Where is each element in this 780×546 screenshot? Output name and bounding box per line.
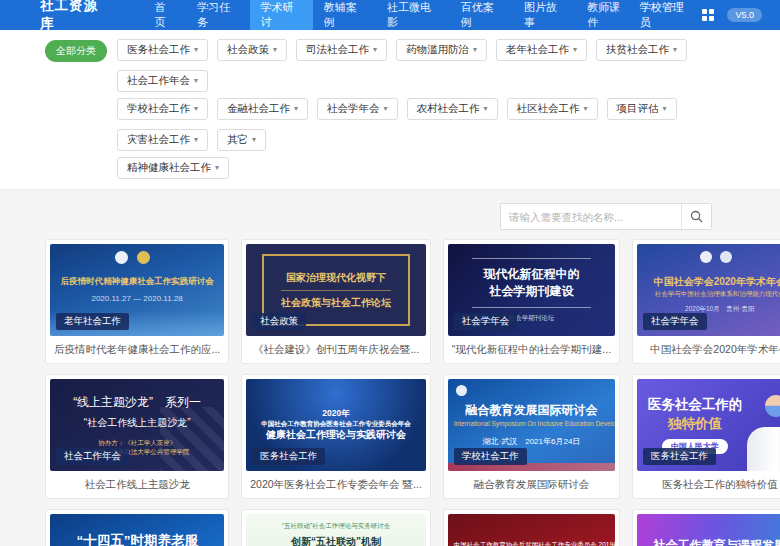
caret-down-icon: ▾ bbox=[573, 46, 577, 54]
resource-card[interactable]: 融合教育发展国际研讨会International Symposium On In… bbox=[443, 374, 620, 499]
nav-item[interactable]: 图片故事 bbox=[513, 0, 576, 30]
category-filter-button[interactable]: 其它 ▾ bbox=[217, 129, 266, 151]
category-filter-button[interactable]: 金融社会工作 ▾ bbox=[217, 98, 308, 120]
search-button[interactable] bbox=[681, 204, 711, 229]
category-filter-button[interactable]: 农村社会工作 ▾ bbox=[407, 98, 498, 120]
resource-card[interactable]: 2020年中国社会工作教育协会医务社会工作专业委员会年会健康社会工作理论与实践研… bbox=[241, 374, 431, 499]
category-filter-button[interactable]: 医务社会工作 ▾ bbox=[117, 39, 208, 61]
nav-item[interactable]: 学习任务 bbox=[186, 0, 249, 30]
thumbnail-text: 中国社会工作教育协会反贫困社会工作专业委员会 2019年会暨“第二届社会工作教育… bbox=[448, 514, 615, 546]
category-filter-button[interactable]: 老年社会工作 ▾ bbox=[496, 39, 587, 61]
filter-label: 社会政策 bbox=[227, 43, 269, 57]
resource-card[interactable]: 后疫情时代精神健康社会工作实践研讨会2020.11.27 — 2020.11.2… bbox=[45, 239, 229, 364]
category-filter-button[interactable]: 社区社会工作 ▾ bbox=[507, 98, 598, 120]
category-filter-button[interactable]: 学校社会工作 ▾ bbox=[117, 98, 208, 120]
card-title[interactable]: 医务社会工作的独特价值 bbox=[637, 471, 780, 498]
category-filter-button[interactable]: 灾害社会工作 ▾ bbox=[117, 129, 208, 151]
filter-label: 农村社会工作 bbox=[417, 102, 480, 116]
category-filter-button[interactable]: 社会政策 ▾ bbox=[217, 39, 287, 61]
category-badge: 老年社会工作 bbox=[56, 313, 129, 330]
card-thumbnail: 国家治理现代化视野下社会政策与社会工作论坛 社会政策 bbox=[246, 244, 426, 336]
category-badge: 医务社会工作 bbox=[252, 448, 325, 465]
filter-label: 老年社会工作 bbox=[506, 43, 569, 57]
resource-card[interactable]: 国家治理现代化视野下社会政策与社会工作论坛 社会政策 《社会建设》创刊五周年庆祝… bbox=[241, 239, 431, 364]
resource-card[interactable]: “十四五”时期养老服务领域改革发展的重点何文炯教授主讲 老年社会工作 何文炯教授… bbox=[45, 509, 229, 546]
card-title[interactable]: 《社会建设》创刊五周年庆祝会暨... bbox=[246, 336, 426, 363]
navbar-right: 学校管理员 V5.0 bbox=[640, 0, 762, 30]
caret-down-icon: ▾ bbox=[673, 46, 677, 54]
resource-card[interactable]: “五社联动”社会工作理论与实务研讨会创新“五社联动”机制助力基层社会治理和乡村振… bbox=[241, 509, 431, 546]
thumb-text-line: “十四五”时期养老服 bbox=[76, 532, 198, 546]
caret-down-icon: ▾ bbox=[273, 46, 277, 54]
search-box bbox=[500, 203, 712, 230]
resource-card-grid: 后疫情时代精神健康社会工作实践研讨会2020.11.27 — 2020.11.2… bbox=[0, 239, 780, 546]
main-nav: 首页学习任务学术研讨教辅案例社工微电影百优案例图片故事教师课件 bbox=[144, 0, 640, 30]
resource-card[interactable]: 社会工作教育与课程发展国际经验与本土探索 社会工作年会 社会工作教育与课程发展：… bbox=[632, 509, 780, 546]
card-title[interactable]: 融合教育发展国际研讨会 bbox=[448, 471, 615, 498]
filter-row: 精神健康社会工作 ▾ bbox=[117, 157, 735, 179]
thumb-text-line: 独特价值 bbox=[668, 415, 722, 434]
nav-item[interactable]: 百优案例 bbox=[450, 0, 513, 30]
card-thumbnail: 融合教育发展国际研讨会International Symposium On In… bbox=[448, 379, 615, 471]
nav-item[interactable]: 社工微电影 bbox=[376, 0, 450, 30]
card-thumbnail: “十四五”时期养老服务领域改革发展的重点何文炯教授主讲 老年社会工作 bbox=[50, 514, 224, 546]
thumb-text-line: 社会工作教育与课程发展 bbox=[654, 537, 780, 546]
category-badge: 社会工作年会 bbox=[56, 448, 129, 465]
card-title[interactable]: 2020年医务社会工作专委会年会 暨... bbox=[246, 471, 426, 498]
caret-down-icon: ▾ bbox=[194, 46, 198, 54]
filter-label: 社会学年会 bbox=[327, 102, 380, 116]
card-title[interactable]: 中国社会学会2020年学术年会 bbox=[637, 336, 780, 363]
category-filter-button[interactable]: 药物滥用防治 ▾ bbox=[396, 39, 487, 61]
thumb-text-line: 2020年10月 贵州·贵阳 bbox=[685, 304, 754, 313]
caret-down-icon: ▾ bbox=[252, 136, 256, 144]
filter-rows: 医务社会工作 ▾ 社会政策 ▾ 司法社会工作 ▾ 药物滥用防治 ▾ 老年社会工作… bbox=[117, 39, 735, 185]
thumb-text-line: 现代化新征程中的 bbox=[472, 258, 591, 283]
thumb-text-line: 健康社会工作理论与实践研讨会 bbox=[266, 428, 406, 442]
caret-down-icon: ▾ bbox=[194, 77, 198, 85]
card-thumbnail: 现代化新征程中的社会学期刊建设社会学期刊论坛 社会学年会 bbox=[448, 244, 615, 336]
user-role-menu[interactable]: 学校管理员 bbox=[640, 0, 690, 30]
thumbnail-text: “五社联动”社会工作理论与实务研讨会创新“五社联动”机制助力基层社会治理和乡村振… bbox=[246, 514, 426, 546]
filter-label: 学校社会工作 bbox=[127, 102, 190, 116]
card-title[interactable]: “现代化新征程中的社会学期刊建... bbox=[448, 336, 615, 363]
all-categories-button[interactable]: 全部分类 bbox=[45, 40, 107, 62]
search-input[interactable] bbox=[501, 204, 681, 229]
nav-item[interactable]: 教师课件 bbox=[576, 0, 639, 30]
caret-down-icon: ▾ bbox=[194, 136, 198, 144]
apps-grid-icon[interactable] bbox=[702, 9, 714, 21]
filter-row: 医务社会工作 ▾ 社会政策 ▾ 司法社会工作 ▾ 药物滥用防治 ▾ 老年社会工作… bbox=[117, 39, 735, 92]
nav-item[interactable]: 教辅案例 bbox=[313, 0, 376, 30]
resource-card[interactable]: 现代化新征程中的社会学期刊建设社会学期刊论坛 社会学年会 “现代化新征程中的社会… bbox=[443, 239, 620, 364]
nav-item[interactable]: 首页 bbox=[144, 0, 187, 30]
card-thumbnail: 中国社会学会2020年学术年会社会学与中国社会治理体系和治理能力现代化2020年… bbox=[637, 244, 780, 336]
thumb-text-line: 创新“五社联动”机制 bbox=[291, 535, 381, 546]
category-filter-button[interactable]: 项目评估 ▾ bbox=[607, 98, 677, 120]
card-title[interactable]: 社会工作线上主题沙龙 bbox=[50, 471, 224, 498]
thumb-text-line: 2020.11.27 — 2020.11.28 bbox=[91, 293, 182, 304]
search-row bbox=[0, 190, 780, 239]
card-thumbnail: 2020年中国社会工作教育协会医务社会工作专业委员会年会健康社会工作理论与实践研… bbox=[246, 379, 426, 471]
category-badge: 社会学年会 bbox=[643, 313, 707, 330]
category-filter-button[interactable]: 社会学年会 ▾ bbox=[317, 98, 398, 120]
filter-label: 项目评估 bbox=[617, 102, 659, 116]
thumb-text-line: 中国社会工作教育协会医务社会工作专业委员会年会 bbox=[261, 419, 411, 428]
caret-down-icon: ▾ bbox=[373, 46, 377, 54]
resource-card[interactable]: “线上主题沙龙” 系列一“社会工作线上主题沙龙”协办方：《社工学人茶座》主办方：… bbox=[45, 374, 229, 499]
thumb-text-line: 协办方：《社工学人茶座》 bbox=[98, 438, 176, 447]
category-filter-button[interactable]: 司法社会工作 ▾ bbox=[296, 39, 387, 61]
category-filter-button[interactable]: 社会工作年会 ▾ bbox=[117, 70, 208, 92]
site-logo[interactable]: 社工资源库 bbox=[40, 0, 110, 33]
thumbnail-text: “十四五”时期养老服务领域改革发展的重点何文炯教授主讲 bbox=[50, 514, 224, 546]
category-filter-button[interactable]: 扶贫社会工作 ▾ bbox=[596, 39, 687, 61]
filter-label: 医务社会工作 bbox=[127, 43, 190, 57]
thumb-text-line: 2020年 bbox=[322, 408, 349, 420]
filter-label: 司法社会工作 bbox=[306, 43, 369, 57]
category-filter-button[interactable]: 精神健康社会工作 ▾ bbox=[117, 157, 229, 179]
card-title[interactable]: 后疫情时代老年健康社会工作的应... bbox=[50, 336, 224, 363]
resource-card[interactable]: 中国社会工作教育协会反贫困社会工作专业委员会 2019年会暨“第二届社会工作教育… bbox=[443, 509, 620, 546]
filter-label: 扶贫社会工作 bbox=[606, 43, 669, 57]
thumb-text-line: 医务社会工作的 bbox=[648, 396, 743, 415]
nav-item[interactable]: 学术研讨 bbox=[250, 0, 313, 30]
resource-card[interactable]: 医务社会工作的独特价值中国人民大学 医务社会工作 医务社会工作的独特价值 bbox=[632, 374, 780, 499]
resource-card[interactable]: 中国社会学会2020年学术年会社会学与中国社会治理体系和治理能力现代化2020年… bbox=[632, 239, 780, 364]
